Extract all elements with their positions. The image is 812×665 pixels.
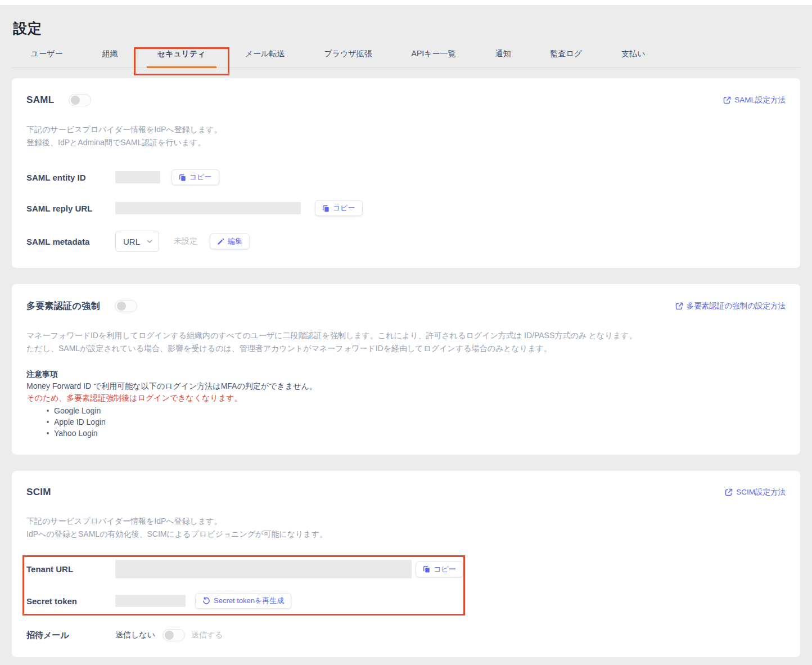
saml-desc-line2: 登録後、IdPとAdmina間でSAML認証を行います。 bbox=[26, 136, 786, 149]
list-item: Apple ID Login bbox=[26, 416, 786, 428]
mfa-setup-link[interactable]: 多要素認証の強制の設定方法 bbox=[675, 301, 786, 311]
tab-audit-log[interactable]: 監査ログ bbox=[551, 49, 583, 59]
metadata-type-select[interactable]: URL bbox=[115, 231, 159, 252]
scim-desc-line1: 下記のサービスプロバイダー情報をIdPへ登録します。 bbox=[26, 515, 786, 528]
copy-icon bbox=[423, 565, 430, 573]
external-link-icon bbox=[723, 96, 731, 104]
tab-payment[interactable]: 支払い bbox=[621, 49, 645, 59]
saml-toggle[interactable] bbox=[69, 94, 91, 106]
saml-card: SAML SAML設定方法 下記のサービスプロバイダー情報をIdPへ登録します。… bbox=[12, 78, 800, 268]
tab-browser-extension[interactable]: ブラウザ拡張 bbox=[324, 49, 372, 59]
tab-organization[interactable]: 組織 bbox=[102, 49, 118, 59]
invite-on-label: 送信する bbox=[191, 630, 223, 640]
page-title: 設定 bbox=[13, 20, 812, 37]
annotation-box-scim-fields: Tenant URL コピー Secret token bbox=[22, 555, 465, 615]
scim-setup-link[interactable]: SCIM設定方法 bbox=[725, 487, 786, 497]
invite-mail-label: 招待メール bbox=[26, 630, 115, 641]
notes-title: 注意事項 bbox=[26, 369, 786, 380]
saml-entity-id-row: SAML entity ID コピー bbox=[26, 169, 786, 185]
tab-api-keys[interactable]: APIキー一覧 bbox=[412, 49, 456, 59]
notes-line: Money Forward ID で利用可能な以下のログイン方法はMFAの判定が… bbox=[26, 380, 786, 392]
external-link-icon bbox=[725, 488, 733, 496]
secret-token-label: Secret token bbox=[26, 596, 115, 606]
copy-button-label: コピー bbox=[190, 172, 212, 182]
list-item: Yahoo Login bbox=[26, 428, 786, 439]
copy-button-label: コピー bbox=[434, 564, 456, 574]
scim-card: SCIM SCIM設定方法 下記のサービスプロバイダー情報をIdPへ登録します。… bbox=[12, 471, 800, 657]
login-method-label: Apple ID Login bbox=[54, 416, 106, 428]
invite-mail-toggle[interactable] bbox=[163, 629, 185, 641]
pencil-icon bbox=[217, 238, 224, 245]
edit-metadata-button[interactable]: 編集 bbox=[210, 233, 250, 249]
tab-notifications[interactable]: 通知 bbox=[495, 49, 511, 59]
saml-reply-url-value-redacted bbox=[115, 202, 301, 214]
saml-setup-link[interactable]: SAML設定方法 bbox=[723, 95, 786, 105]
mfa-card: 多要素認証の強制 多要素認証の強制の設定方法 マネーフォワードIDを利用してログ… bbox=[12, 284, 800, 455]
saml-reply-url-label: SAML reply URL bbox=[26, 204, 115, 213]
mfa-notes: 注意事項 Money Forward ID で利用可能な以下のログイン方法はMF… bbox=[26, 369, 786, 439]
saml-section-title: SAML bbox=[26, 95, 54, 106]
secret-token-row: Secret token Secret tokenを再生成 bbox=[26, 593, 463, 609]
scim-section-title: SCIM bbox=[26, 487, 51, 498]
bullet-icon bbox=[47, 410, 49, 412]
chevron-down-icon bbox=[146, 238, 153, 245]
mfa-toggle-knob bbox=[117, 302, 126, 311]
notes-warning: そのため、多要素認証強制後はログインできなくなります。 bbox=[26, 392, 786, 404]
saml-desc-line1: 下記のサービスプロバイダー情報をIdPへ登録します。 bbox=[26, 123, 786, 136]
copy-reply-url-button[interactable]: コピー bbox=[315, 200, 363, 216]
saml-entity-id-value-redacted bbox=[115, 171, 160, 183]
external-link-icon bbox=[675, 302, 683, 310]
regenerate-secret-token-button[interactable]: Secret tokenを再生成 bbox=[195, 593, 291, 609]
top-strip bbox=[0, 0, 812, 5]
tab-users[interactable]: ユーザー bbox=[31, 49, 63, 59]
saml-entity-id-label: SAML entity ID bbox=[26, 173, 115, 182]
invite-off-label: 送信しない bbox=[115, 630, 155, 640]
mfa-desc-line2: ただし、SAMLが設定されている場合、影響を受けるのは、管理者アカウントがマネー… bbox=[26, 342, 786, 355]
saml-metadata-label: SAML metadata bbox=[26, 237, 115, 246]
list-item: Google Login bbox=[26, 405, 786, 416]
copy-icon bbox=[179, 174, 186, 181]
mfa-desc-line1: マネーフォワードIDを利用してログインする組織内のすべてのユーザに二段階認証を強… bbox=[26, 329, 786, 342]
scim-setup-link-label: SCIM設定方法 bbox=[736, 487, 786, 497]
bullet-icon bbox=[47, 432, 49, 434]
mfa-section-title: 多要素認証の強制 bbox=[26, 300, 100, 312]
mfa-setup-link-label: 多要素認証の強制の設定方法 bbox=[687, 301, 786, 311]
login-method-label: Google Login bbox=[54, 405, 101, 416]
copy-button-label: コピー bbox=[333, 203, 355, 213]
metadata-type-select-value: URL bbox=[123, 237, 140, 246]
scim-desc-line2: IdPへの登録とSAMLの有効化後、SCIMによるプロビジョニングが可能になりま… bbox=[26, 528, 786, 541]
edit-button-label: 編集 bbox=[228, 236, 242, 246]
login-method-list: Google Login Apple ID Login Yahoo Login bbox=[26, 405, 786, 439]
bullet-icon bbox=[47, 421, 49, 423]
invite-mail-toggle-knob bbox=[165, 631, 174, 640]
tab-security[interactable]: セキュリティ bbox=[157, 49, 206, 59]
tenant-url-row: Tenant URL コピー bbox=[26, 560, 463, 578]
saml-toggle-knob bbox=[71, 96, 80, 105]
refresh-icon bbox=[202, 597, 210, 605]
copy-entity-id-button[interactable]: コピー bbox=[172, 169, 219, 185]
settings-page: 設定 ユーザー 組織 セキュリティ メール転送 ブラウザ拡張 APIキー一覧 通… bbox=[0, 0, 812, 665]
saml-setup-link-label: SAML設定方法 bbox=[734, 95, 786, 105]
invite-mail-row: 招待メール 送信しない 送信する bbox=[26, 629, 786, 641]
tenant-url-value-redacted bbox=[115, 560, 412, 578]
tab-bar: ユーザー 組織 セキュリティ メール転送 ブラウザ拡張 APIキー一覧 通知 監… bbox=[12, 49, 800, 68]
login-method-label: Yahoo Login bbox=[54, 428, 98, 439]
tenant-url-label: Tenant URL bbox=[26, 564, 115, 574]
mfa-toggle[interactable] bbox=[115, 300, 137, 312]
saml-metadata-row: SAML metadata URL 未設定 編集 bbox=[26, 231, 786, 252]
regenerate-button-label: Secret tokenを再生成 bbox=[214, 596, 284, 606]
secret-token-value-redacted bbox=[115, 595, 186, 607]
tab-mail-forwarding[interactable]: メール転送 bbox=[245, 49, 285, 59]
saml-reply-url-row: SAML reply URL コピー bbox=[26, 200, 786, 216]
copy-icon bbox=[322, 205, 330, 212]
copy-tenant-url-button[interactable]: コピー bbox=[416, 561, 463, 577]
metadata-status-text: 未設定 bbox=[174, 236, 197, 246]
